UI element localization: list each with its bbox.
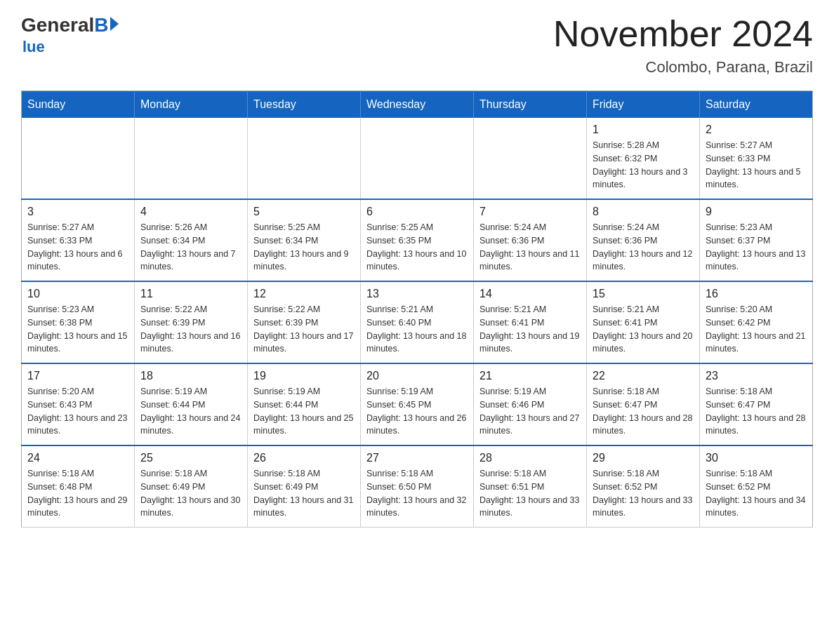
logo-blue-label: lue	[22, 38, 45, 56]
day-number: 16	[706, 288, 807, 300]
day-info: Sunrise: 5:23 AM Sunset: 6:38 PM Dayligh…	[27, 303, 128, 356]
day-info: Sunrise: 5:18 AM Sunset: 6:52 PM Dayligh…	[706, 467, 807, 520]
day-number: 6	[366, 206, 468, 218]
calendar-cell: 3Sunrise: 5:27 AM Sunset: 6:33 PM Daylig…	[22, 199, 135, 281]
calendar-cell: 24Sunrise: 5:18 AM Sunset: 6:48 PM Dayli…	[22, 445, 135, 528]
logo-arrow-icon	[110, 17, 119, 31]
logo: General B lue	[21, 14, 119, 56]
calendar-cell: 22Sunrise: 5:18 AM Sunset: 6:47 PM Dayli…	[587, 363, 700, 445]
calendar-cell: 13Sunrise: 5:21 AM Sunset: 6:40 PM Dayli…	[361, 281, 474, 363]
day-info: Sunrise: 5:18 AM Sunset: 6:47 PM Dayligh…	[706, 385, 807, 438]
calendar-header-friday: Friday	[587, 91, 700, 119]
day-number: 1	[593, 123, 694, 136]
calendar-week-row: 17Sunrise: 5:20 AM Sunset: 6:43 PM Dayli…	[22, 363, 813, 445]
day-number: 5	[253, 206, 355, 218]
day-number: 27	[366, 452, 468, 464]
day-number: 12	[253, 288, 355, 300]
day-info: Sunrise: 5:24 AM Sunset: 6:36 PM Dayligh…	[593, 221, 694, 274]
day-number: 4	[140, 206, 241, 218]
calendar-cell: 12Sunrise: 5:22 AM Sunset: 6:39 PM Dayli…	[248, 281, 361, 363]
calendar-cell: 29Sunrise: 5:18 AM Sunset: 6:52 PM Dayli…	[587, 445, 700, 528]
calendar-cell: 8Sunrise: 5:24 AM Sunset: 6:36 PM Daylig…	[587, 199, 700, 281]
day-info: Sunrise: 5:18 AM Sunset: 6:52 PM Dayligh…	[593, 467, 694, 520]
day-info: Sunrise: 5:25 AM Sunset: 6:35 PM Dayligh…	[366, 221, 468, 274]
calendar-cell	[474, 118, 587, 199]
calendar-week-row: 24Sunrise: 5:18 AM Sunset: 6:48 PM Dayli…	[22, 445, 813, 528]
calendar-cell: 30Sunrise: 5:18 AM Sunset: 6:52 PM Dayli…	[700, 445, 813, 528]
day-number: 7	[479, 206, 581, 218]
calendar-cell: 18Sunrise: 5:19 AM Sunset: 6:44 PM Dayli…	[135, 363, 248, 445]
calendar-cell: 28Sunrise: 5:18 AM Sunset: 6:51 PM Dayli…	[474, 445, 587, 528]
day-number: 10	[27, 288, 128, 300]
day-info: Sunrise: 5:23 AM Sunset: 6:37 PM Dayligh…	[706, 221, 807, 274]
calendar-header-row: SundayMondayTuesdayWednesdayThursdayFrid…	[22, 91, 813, 119]
day-number: 14	[479, 288, 581, 300]
day-info: Sunrise: 5:28 AM Sunset: 6:32 PM Dayligh…	[593, 139, 694, 192]
calendar-table: SundayMondayTuesdayWednesdayThursdayFrid…	[21, 90, 813, 528]
calendar-cell: 23Sunrise: 5:18 AM Sunset: 6:47 PM Dayli…	[700, 363, 813, 445]
day-info: Sunrise: 5:18 AM Sunset: 6:49 PM Dayligh…	[140, 467, 241, 520]
day-number: 13	[366, 288, 468, 300]
day-number: 2	[706, 123, 807, 136]
day-info: Sunrise: 5:27 AM Sunset: 6:33 PM Dayligh…	[706, 139, 807, 192]
calendar-header-sunday: Sunday	[22, 91, 135, 119]
day-number: 18	[140, 370, 241, 382]
calendar-cell: 26Sunrise: 5:18 AM Sunset: 6:49 PM Dayli…	[248, 445, 361, 528]
calendar-week-row: 1Sunrise: 5:28 AM Sunset: 6:32 PM Daylig…	[22, 118, 813, 199]
day-info: Sunrise: 5:21 AM Sunset: 6:41 PM Dayligh…	[593, 303, 694, 356]
day-info: Sunrise: 5:19 AM Sunset: 6:46 PM Dayligh…	[479, 385, 581, 438]
day-info: Sunrise: 5:21 AM Sunset: 6:41 PM Dayligh…	[479, 303, 581, 356]
calendar-cell: 7Sunrise: 5:24 AM Sunset: 6:36 PM Daylig…	[474, 199, 587, 281]
calendar-header-tuesday: Tuesday	[248, 91, 361, 119]
day-number: 3	[27, 206, 128, 218]
day-info: Sunrise: 5:26 AM Sunset: 6:34 PM Dayligh…	[140, 221, 241, 274]
day-number: 17	[27, 370, 128, 382]
day-info: Sunrise: 5:27 AM Sunset: 6:33 PM Dayligh…	[27, 221, 128, 274]
calendar-cell: 15Sunrise: 5:21 AM Sunset: 6:41 PM Dayli…	[587, 281, 700, 363]
day-number: 29	[593, 452, 694, 464]
day-info: Sunrise: 5:18 AM Sunset: 6:47 PM Dayligh…	[593, 385, 694, 438]
day-number: 24	[27, 452, 128, 464]
title-section: November 2024 Colombo, Parana, Brazil	[553, 14, 813, 76]
calendar-cell: 4Sunrise: 5:26 AM Sunset: 6:34 PM Daylig…	[135, 199, 248, 281]
day-number: 28	[479, 452, 581, 464]
calendar-cell	[361, 118, 474, 199]
calendar-cell: 9Sunrise: 5:23 AM Sunset: 6:37 PM Daylig…	[700, 199, 813, 281]
calendar-header-thursday: Thursday	[474, 91, 587, 119]
day-info: Sunrise: 5:19 AM Sunset: 6:44 PM Dayligh…	[140, 385, 241, 438]
calendar-cell: 14Sunrise: 5:21 AM Sunset: 6:41 PM Dayli…	[474, 281, 587, 363]
month-title: November 2024	[553, 14, 813, 54]
logo-general-text: General	[21, 14, 94, 36]
day-number: 21	[479, 370, 581, 382]
calendar-cell: 20Sunrise: 5:19 AM Sunset: 6:45 PM Dayli…	[361, 363, 474, 445]
day-info: Sunrise: 5:21 AM Sunset: 6:40 PM Dayligh…	[366, 303, 468, 356]
calendar-cell: 21Sunrise: 5:19 AM Sunset: 6:46 PM Dayli…	[474, 363, 587, 445]
day-info: Sunrise: 5:19 AM Sunset: 6:45 PM Dayligh…	[366, 385, 468, 438]
calendar-cell: 5Sunrise: 5:25 AM Sunset: 6:34 PM Daylig…	[248, 199, 361, 281]
day-info: Sunrise: 5:25 AM Sunset: 6:34 PM Dayligh…	[253, 221, 355, 274]
day-info: Sunrise: 5:18 AM Sunset: 6:50 PM Dayligh…	[366, 467, 468, 520]
day-number: 22	[593, 370, 694, 382]
calendar-cell	[248, 118, 361, 199]
day-number: 30	[706, 452, 807, 464]
day-number: 26	[253, 452, 355, 464]
calendar-cell	[22, 118, 135, 199]
day-info: Sunrise: 5:22 AM Sunset: 6:39 PM Dayligh…	[140, 303, 241, 356]
calendar-cell: 11Sunrise: 5:22 AM Sunset: 6:39 PM Dayli…	[135, 281, 248, 363]
day-number: 9	[706, 206, 807, 218]
day-info: Sunrise: 5:22 AM Sunset: 6:39 PM Dayligh…	[253, 303, 355, 356]
calendar-cell: 10Sunrise: 5:23 AM Sunset: 6:38 PM Dayli…	[22, 281, 135, 363]
calendar-cell: 17Sunrise: 5:20 AM Sunset: 6:43 PM Dayli…	[22, 363, 135, 445]
day-info: Sunrise: 5:18 AM Sunset: 6:48 PM Dayligh…	[27, 467, 128, 520]
calendar-week-row: 3Sunrise: 5:27 AM Sunset: 6:33 PM Daylig…	[22, 199, 813, 281]
day-info: Sunrise: 5:18 AM Sunset: 6:49 PM Dayligh…	[253, 467, 355, 520]
logo-blue-part: B	[94, 14, 118, 36]
day-number: 20	[366, 370, 468, 382]
location-title: Colombo, Parana, Brazil	[553, 58, 813, 76]
calendar-cell: 16Sunrise: 5:20 AM Sunset: 6:42 PM Dayli…	[700, 281, 813, 363]
day-number: 15	[593, 288, 694, 300]
calendar-cell: 6Sunrise: 5:25 AM Sunset: 6:35 PM Daylig…	[361, 199, 474, 281]
day-info: Sunrise: 5:20 AM Sunset: 6:42 PM Dayligh…	[706, 303, 807, 356]
day-number: 25	[140, 452, 241, 464]
calendar-cell: 25Sunrise: 5:18 AM Sunset: 6:49 PM Dayli…	[135, 445, 248, 528]
